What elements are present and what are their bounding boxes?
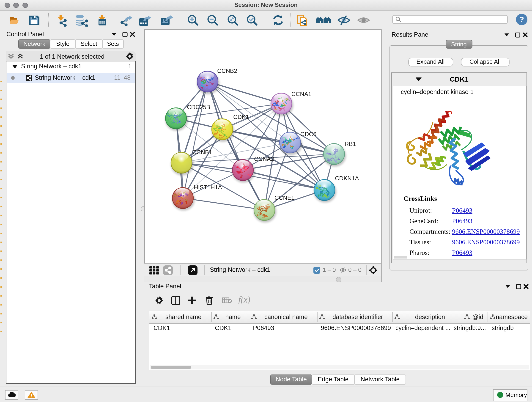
svg-text:CCNA2: CCNA2 — [254, 155, 274, 162]
svg-text:RB1: RB1 — [345, 140, 356, 147]
svg-text:CCNB2: CCNB2 — [217, 67, 237, 74]
svg-text:HIST1H1A: HIST1H1A — [194, 184, 222, 191]
svg-text:CDC25B: CDC25B — [187, 104, 210, 110]
svg-text:CDC6: CDC6 — [300, 131, 317, 138]
svg-text:CCNB1: CCNB1 — [192, 149, 212, 156]
svg-text:CCNE1: CCNE1 — [274, 194, 294, 201]
svg-text:CDKN1A: CDKN1A — [335, 175, 359, 182]
svg-text:CCNA1: CCNA1 — [291, 90, 311, 97]
svg-text:CDK1: CDK1 — [233, 114, 249, 120]
